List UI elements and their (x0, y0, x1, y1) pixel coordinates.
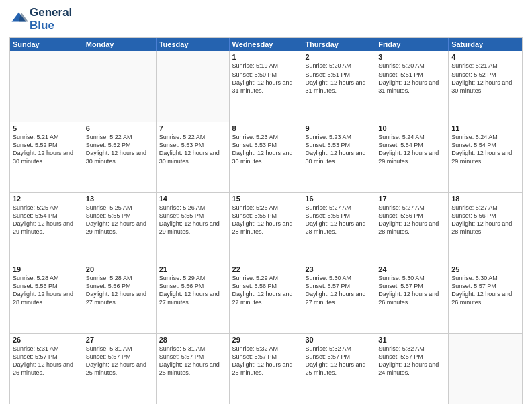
day-number: 30 (305, 336, 372, 344)
day-info: Sunrise: 5:27 AMSunset: 5:56 PMDaylight:… (451, 203, 519, 236)
day-cell-23: 23Sunrise: 5:30 AMSunset: 5:57 PMDayligh… (302, 263, 375, 333)
day-info: Sunrise: 5:30 AMSunset: 5:57 PMDaylight:… (451, 274, 519, 307)
day-info: Sunrise: 5:20 AMSunset: 5:51 PMDaylight:… (305, 62, 372, 95)
day-number: 22 (232, 265, 300, 273)
day-cell-18: 18Sunrise: 5:27 AMSunset: 5:56 PMDayligh… (449, 193, 522, 263)
day-cell-25: 25Sunrise: 5:30 AMSunset: 5:57 PMDayligh… (449, 263, 522, 333)
weekday-header-wednesday: Wednesday (230, 38, 303, 51)
day-cell-1: 1Sunrise: 5:19 AMSunset: 5:50 PMDaylight… (230, 51, 303, 121)
day-number: 31 (378, 336, 445, 344)
weekday-header-thursday: Thursday (302, 38, 375, 51)
day-cell-12: 12Sunrise: 5:25 AMSunset: 5:54 PMDayligh… (10, 193, 83, 263)
day-number: 20 (86, 265, 153, 273)
day-number: 27 (86, 336, 153, 344)
day-cell-2: 2Sunrise: 5:20 AMSunset: 5:51 PMDaylight… (302, 51, 375, 121)
day-info: Sunrise: 5:24 AMSunset: 5:54 PMDaylight:… (451, 133, 519, 166)
day-number: 10 (378, 124, 445, 132)
day-cell-14: 14Sunrise: 5:26 AMSunset: 5:55 PMDayligh… (157, 193, 230, 263)
day-info: Sunrise: 5:31 AMSunset: 5:57 PMDaylight:… (86, 345, 153, 377)
empty-cell (83, 51, 157, 121)
calendar-row-1: 5Sunrise: 5:21 AMSunset: 5:52 PMDaylight… (10, 122, 522, 192)
day-number: 26 (13, 336, 80, 344)
day-cell-8: 8Sunrise: 5:23 AMSunset: 5:53 PMDaylight… (230, 122, 303, 192)
logo: General Blue (9, 7, 72, 32)
day-info: Sunrise: 5:24 AMSunset: 5:54 PMDaylight:… (378, 133, 445, 166)
day-number: 8 (232, 124, 300, 132)
day-number: 1 (232, 53, 300, 61)
day-info: Sunrise: 5:27 AMSunset: 5:56 PMDaylight:… (378, 203, 445, 236)
day-info: Sunrise: 5:23 AMSunset: 5:53 PMDaylight:… (232, 133, 300, 166)
day-info: Sunrise: 5:31 AMSunset: 5:57 PMDaylight:… (159, 345, 226, 377)
day-number: 13 (86, 195, 153, 203)
day-cell-21: 21Sunrise: 5:29 AMSunset: 5:56 PMDayligh… (157, 263, 230, 333)
day-cell-24: 24Sunrise: 5:30 AMSunset: 5:57 PMDayligh… (375, 263, 449, 333)
day-cell-31: 31Sunrise: 5:32 AMSunset: 5:57 PMDayligh… (375, 334, 449, 404)
calendar-row-4: 26Sunrise: 5:31 AMSunset: 5:57 PMDayligh… (10, 333, 522, 404)
day-number: 14 (159, 195, 226, 203)
logo-icon (9, 10, 28, 29)
day-cell-9: 9Sunrise: 5:23 AMSunset: 5:53 PMDaylight… (302, 122, 375, 192)
calendar-row-3: 19Sunrise: 5:28 AMSunset: 5:56 PMDayligh… (10, 263, 522, 333)
day-cell-4: 4Sunrise: 5:21 AMSunset: 5:52 PMDaylight… (449, 51, 522, 121)
day-cell-19: 19Sunrise: 5:28 AMSunset: 5:56 PMDayligh… (10, 263, 83, 333)
day-number: 28 (159, 336, 226, 344)
day-info: Sunrise: 5:26 AMSunset: 5:55 PMDaylight:… (159, 203, 226, 236)
day-cell-3: 3Sunrise: 5:20 AMSunset: 5:51 PMDaylight… (375, 51, 449, 121)
day-number: 15 (232, 195, 300, 203)
day-info: Sunrise: 5:32 AMSunset: 5:57 PMDaylight:… (305, 345, 372, 377)
weekday-header-sunday: Sunday (10, 38, 83, 51)
day-number: 24 (378, 265, 445, 273)
day-number: 11 (451, 124, 519, 132)
day-cell-13: 13Sunrise: 5:25 AMSunset: 5:55 PMDayligh… (83, 193, 157, 263)
day-info: Sunrise: 5:29 AMSunset: 5:56 PMDaylight:… (232, 274, 300, 307)
header: General Blue (9, 7, 523, 32)
day-cell-10: 10Sunrise: 5:24 AMSunset: 5:54 PMDayligh… (375, 122, 449, 192)
empty-cell (10, 51, 83, 121)
day-info: Sunrise: 5:23 AMSunset: 5:53 PMDaylight:… (305, 133, 372, 166)
day-info: Sunrise: 5:30 AMSunset: 5:57 PMDaylight:… (378, 274, 445, 307)
day-info: Sunrise: 5:25 AMSunset: 5:55 PMDaylight:… (86, 203, 153, 236)
calendar-body: 1Sunrise: 5:19 AMSunset: 5:50 PMDaylight… (10, 51, 522, 404)
calendar-header: SundayMondayTuesdayWednesdayThursdayFrid… (10, 38, 522, 51)
day-cell-15: 15Sunrise: 5:26 AMSunset: 5:55 PMDayligh… (230, 193, 303, 263)
day-cell-22: 22Sunrise: 5:29 AMSunset: 5:56 PMDayligh… (230, 263, 303, 333)
day-info: Sunrise: 5:26 AMSunset: 5:55 PMDaylight:… (232, 203, 300, 236)
day-cell-26: 26Sunrise: 5:31 AMSunset: 5:57 PMDayligh… (10, 334, 83, 404)
day-cell-16: 16Sunrise: 5:27 AMSunset: 5:55 PMDayligh… (302, 193, 375, 263)
day-info: Sunrise: 5:29 AMSunset: 5:56 PMDaylight:… (159, 274, 226, 307)
day-info: Sunrise: 5:22 AMSunset: 5:53 PMDaylight:… (159, 133, 226, 166)
day-info: Sunrise: 5:20 AMSunset: 5:51 PMDaylight:… (378, 62, 445, 95)
day-cell-28: 28Sunrise: 5:31 AMSunset: 5:57 PMDayligh… (157, 334, 230, 404)
day-info: Sunrise: 5:21 AMSunset: 5:52 PMDaylight:… (13, 133, 80, 166)
day-info: Sunrise: 5:28 AMSunset: 5:56 PMDaylight:… (86, 274, 153, 307)
page: General Blue SundayMondayTuesdayWednesda… (0, 0, 532, 411)
day-info: Sunrise: 5:21 AMSunset: 5:52 PMDaylight:… (451, 62, 519, 95)
day-number: 6 (86, 124, 153, 132)
day-cell-5: 5Sunrise: 5:21 AMSunset: 5:52 PMDaylight… (10, 122, 83, 192)
day-info: Sunrise: 5:19 AMSunset: 5:50 PMDaylight:… (232, 62, 300, 95)
calendar: SundayMondayTuesdayWednesdayThursdayFrid… (9, 37, 523, 404)
day-info: Sunrise: 5:25 AMSunset: 5:54 PMDaylight:… (13, 203, 80, 236)
day-info: Sunrise: 5:31 AMSunset: 5:57 PMDaylight:… (13, 345, 80, 377)
calendar-row-2: 12Sunrise: 5:25 AMSunset: 5:54 PMDayligh… (10, 192, 522, 263)
day-cell-6: 6Sunrise: 5:22 AMSunset: 5:52 PMDaylight… (83, 122, 157, 192)
day-number: 12 (13, 195, 80, 203)
day-info: Sunrise: 5:30 AMSunset: 5:57 PMDaylight:… (305, 274, 372, 307)
empty-cell (449, 334, 522, 404)
day-cell-11: 11Sunrise: 5:24 AMSunset: 5:54 PMDayligh… (449, 122, 522, 192)
day-cell-27: 27Sunrise: 5:31 AMSunset: 5:57 PMDayligh… (83, 334, 157, 404)
day-info: Sunrise: 5:28 AMSunset: 5:56 PMDaylight:… (13, 274, 80, 307)
weekday-header-monday: Monday (83, 38, 157, 51)
day-number: 9 (305, 124, 372, 132)
day-number: 23 (305, 265, 372, 273)
day-number: 5 (13, 124, 80, 132)
day-number: 4 (451, 53, 519, 61)
day-cell-20: 20Sunrise: 5:28 AMSunset: 5:56 PMDayligh… (83, 263, 157, 333)
day-number: 2 (305, 53, 372, 61)
svg-marker-1 (19, 12, 28, 21)
weekday-header-saturday: Saturday (449, 38, 522, 51)
calendar-row-0: 1Sunrise: 5:19 AMSunset: 5:50 PMDaylight… (10, 51, 522, 121)
day-info: Sunrise: 5:22 AMSunset: 5:52 PMDaylight:… (86, 133, 153, 166)
weekday-header-tuesday: Tuesday (157, 38, 230, 51)
logo-general: General (30, 6, 72, 19)
